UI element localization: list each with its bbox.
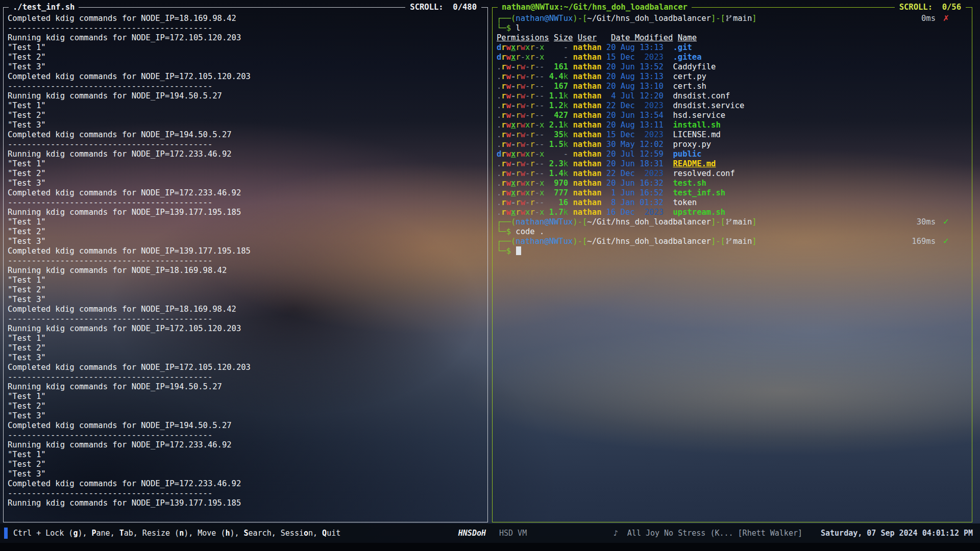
- file-row: .rw-rw-r-- 1.5k nathan 30 May 12:02 prox…: [497, 140, 969, 149]
- terminal-line: Completed kdig commands for NODE_IP=172.…: [8, 363, 485, 372]
- terminal-line: Completed kdig commands for NODE_IP=172.…: [8, 188, 485, 198]
- terminal-line: Running kdig commands for NODE_IP=172.10…: [8, 33, 485, 43]
- right-pane-border-title: nathan@NWTux:~/Git/hns_doh_loadbalancer …: [492, 3, 972, 12]
- file-row: .rw-rw-r-- 16 nathan 8 Jan 01:32 token: [497, 198, 969, 208]
- terminal-line: "Test 3": [8, 62, 485, 72]
- terminal-cursor: [516, 246, 521, 255]
- terminal-line: Completed kdig commands for NODE_IP=172.…: [8, 72, 485, 82]
- terminal-line: "Test 2": [8, 227, 485, 237]
- terminal-line: "Test 3": [8, 179, 485, 188]
- command-duration-status: 0ms✗: [921, 14, 949, 23]
- terminal-line: "Test 2": [8, 169, 485, 179]
- terminal-line: "Test 2": [8, 53, 485, 62]
- terminal-line: "Test 1": [8, 101, 485, 111]
- terminal-line: ----------------------------------------…: [8, 198, 485, 208]
- git-branch-icon: [726, 237, 732, 247]
- terminal-line: Running kdig commands for NODE_IP=18.169…: [8, 266, 485, 276]
- terminal-line: "Test 3": [8, 120, 485, 130]
- terminal-line: ----------------------------------------…: [8, 23, 485, 33]
- file-row: drwxrwxr-x - nathan 20 Jul 12:59 public: [497, 149, 969, 159]
- terminal-line: Completed kdig commands for NODE_IP=172.…: [8, 479, 485, 489]
- terminal-line: "Test 2": [8, 111, 485, 120]
- border-segment: [481, 7, 488, 8]
- border-segment: [692, 7, 895, 8]
- music-note-icon: ♪: [614, 529, 618, 538]
- terminal-line: "Test 1": [8, 334, 485, 343]
- border-segment: [3, 7, 9, 8]
- prompt-header-line: ┌──(nathan@NWTux)-[~/Git/hns_doh_loadbal…: [497, 217, 969, 227]
- terminal-line: ----------------------------------------…: [8, 372, 485, 382]
- session-name-label: HNSDoH: [458, 528, 486, 539]
- terminal-line: "Test 3": [8, 237, 485, 246]
- host-label: HSD VM: [499, 528, 527, 539]
- bottom-strip: [0, 543, 980, 551]
- terminal-line: Running kdig commands for NODE_IP=194.50…: [8, 91, 485, 101]
- terminal-line: ----------------------------------------…: [8, 431, 485, 440]
- terminal-screen: ./test_inf.sh SCROLL: 0/480 Completed kd…: [0, 0, 980, 551]
- file-row: .rw-rw-r-- 1.1k nathan 4 Jul 12:20 dnsdi…: [497, 91, 969, 101]
- terminal-line: Completed kdig commands for NODE_IP=18.1…: [8, 305, 485, 314]
- terminal-line: ----------------------------------------…: [8, 314, 485, 324]
- file-row: .rw-rw-r-- 161 nathan 20 Jun 13:52 Caddy…: [497, 62, 969, 72]
- terminal-line: Running kdig commands for NODE_IP=172.23…: [8, 149, 485, 159]
- prompt-command-line: └─$ l: [497, 23, 969, 33]
- now-playing: ♪ All Joy No Stress (K... [Rhett Walker]: [614, 528, 802, 539]
- prompt-command-line: └─$ code .: [497, 227, 969, 237]
- terminal-line: "Test 1": [8, 43, 485, 53]
- terminal-line: Running kdig commands for NODE_IP=172.23…: [8, 440, 485, 450]
- file-row: .rw-rw-r-- 427 nathan 20 Jun 13:54 hsd.s…: [497, 111, 969, 120]
- file-row: drwxr-xr-x - nathan 15 Dec 2023 .gitea: [497, 53, 969, 62]
- terminal-line: Running kdig commands for NODE_IP=139.17…: [8, 498, 485, 508]
- terminal-line: "Test 3": [8, 353, 485, 363]
- terminal-line: "Test 2": [8, 285, 485, 295]
- terminal-line: "Test 2": [8, 460, 485, 469]
- file-row: .rwxrwxr-x 777 nathan 1 Jun 16:52 test_i…: [497, 188, 969, 198]
- terminal-line: "Test 1": [8, 276, 485, 285]
- terminal-line: "Test 3": [8, 295, 485, 305]
- file-row: .rwxrwxr-x 1.7k nathan 16 Dec 2023 upstr…: [497, 208, 969, 217]
- right-scroll-indicator: SCROLL: 0/56: [899, 3, 961, 12]
- prefix-indicator: [4, 528, 8, 539]
- prompt-command-line: └─$: [497, 246, 969, 256]
- right-pane-body: ┌──(nathan@NWTux)-[~/Git/hns_doh_loadbal…: [497, 14, 969, 521]
- left-pane-title: ./test_inf.sh: [13, 3, 75, 12]
- file-row: .rw-rw-r-- 167 nathan 20 Aug 13:10 cert.…: [497, 82, 969, 91]
- left-scroll-indicator: SCROLL: 0/480: [410, 3, 477, 12]
- terminal-line: "Test 1": [8, 159, 485, 169]
- file-row: .rw-rw-r-- 1.4k nathan 22 Dec 2023 resol…: [497, 169, 969, 179]
- terminal-line: "Test 1": [8, 217, 485, 227]
- pane-shell-session[interactable]: nathan@NWTux:~/Git/hns_doh_loadbalancer …: [492, 3, 972, 522]
- file-row: .rw-rw-r-- 35k nathan 15 Dec 2023 LICENS…: [497, 130, 969, 140]
- terminal-line: ----------------------------------------…: [8, 82, 485, 91]
- keybinding-hints: Ctrl + Lock (g), Pane, Tab, Resize (n), …: [13, 528, 340, 539]
- left-pane-body: Completed kdig commands for NODE_IP=18.1…: [8, 14, 485, 521]
- border-segment: [79, 7, 405, 8]
- file-row: .rwxrwxr-x 970 nathan 20 Jun 16:32 test.…: [497, 179, 969, 188]
- terminal-line: "Test 2": [8, 402, 485, 411]
- terminal-line: "Test 1": [8, 392, 485, 402]
- right-pane-title: nathan@NWTux:~/Git/hns_doh_loadbalancer: [502, 3, 688, 12]
- terminal-line: "Test 3": [8, 469, 485, 479]
- terminal-line: ----------------------------------------…: [8, 256, 485, 266]
- terminal-line: Completed kdig commands for NODE_IP=18.1…: [8, 14, 485, 23]
- file-row: .rw-rw-r-- 2.3k nathan 20 Jun 18:31 READ…: [497, 159, 969, 169]
- terminal-line: Running kdig commands for NODE_IP=194.50…: [8, 382, 485, 392]
- pane-test-inf-script[interactable]: ./test_inf.sh SCROLL: 0/480 Completed kd…: [3, 3, 488, 522]
- terminal-line: "Test 2": [8, 343, 485, 353]
- terminal-line: "Test 3": [8, 411, 485, 421]
- clock-datetime: Saturday, 07 Sep 2024 04:01:12 PM: [821, 528, 973, 539]
- terminal-line: "Test 1": [8, 450, 485, 460]
- prompt-header-line: ┌──(nathan@NWTux)-[~/Git/hns_doh_loadbal…: [497, 237, 969, 246]
- terminal-line: Completed kdig commands for NODE_IP=194.…: [8, 421, 485, 431]
- file-row: drwxrwxr-x - nathan 20 Aug 13:13 .git: [497, 43, 969, 53]
- left-pane-border-title: ./test_inf.sh SCROLL: 0/480: [3, 3, 488, 12]
- terminal-line: Running kdig commands for NODE_IP=139.17…: [8, 208, 485, 217]
- terminal-line: ----------------------------------------…: [8, 140, 485, 149]
- file-row: .rwxrwxr-x 2.1k nathan 20 Aug 13:11 inst…: [497, 120, 969, 130]
- command-duration-status: 169ms✓: [912, 237, 949, 246]
- file-row: .rw-rw-r-- 4.4k nathan 20 Aug 13:13 cert…: [497, 72, 969, 82]
- git-branch-icon: [726, 14, 732, 24]
- border-segment: [966, 7, 972, 8]
- listing-header-row: Permissions Size User Date Modified Name: [497, 33, 969, 43]
- terminal-line: Completed kdig commands for NODE_IP=139.…: [8, 246, 485, 256]
